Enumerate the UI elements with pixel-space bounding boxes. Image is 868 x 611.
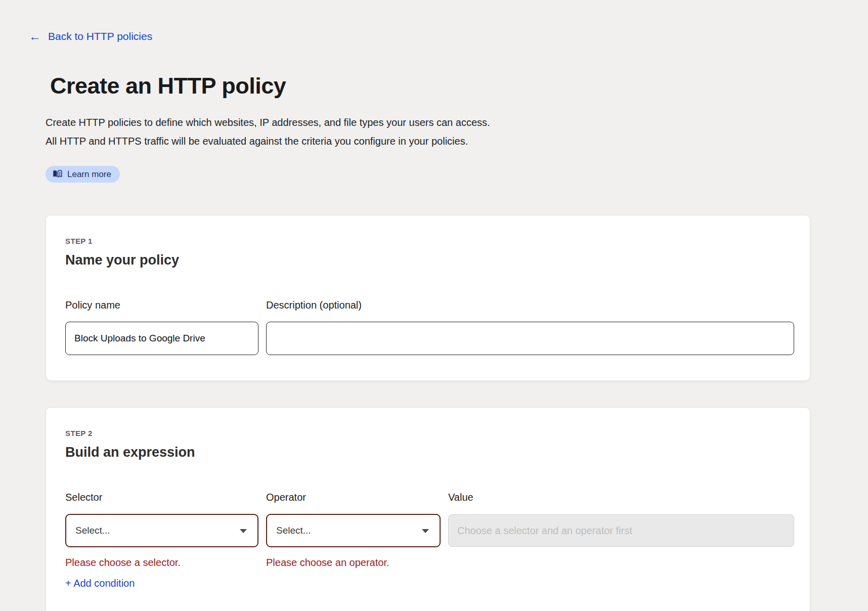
page-description-line-1: Create HTTP policies to define which web…	[46, 113, 868, 132]
back-link-label: Back to HTTP policies	[48, 30, 152, 42]
value-input[interactable]	[448, 514, 794, 547]
policy-name-input[interactable]	[65, 322, 258, 355]
operator-dropdown-value: Select...	[276, 525, 311, 536]
back-to-http-policies-link[interactable]: ← Back to HTTP policies	[29, 30, 152, 42]
operator-field-group: Operator Select... Please choose an oper…	[266, 492, 441, 589]
value-field-group: Value	[448, 492, 794, 589]
page-description-line-2: All HTTP and HTTPS traffic will be evalu…	[46, 132, 868, 151]
chevron-down-icon	[421, 529, 429, 534]
step1-title: Name your policy	[65, 252, 794, 268]
selector-field-group: Selector Select... Please choose a selec…	[65, 492, 258, 589]
operator-error-message: Please choose an operator.	[266, 557, 441, 569]
step1-card: STEP 1 Name your policy Policy name Desc…	[46, 215, 810, 381]
learn-more-button[interactable]: Learn more	[46, 166, 120, 183]
step2-card: STEP 2 Build an expression Selector Sele…	[46, 407, 810, 611]
operator-dropdown[interactable]: Select...	[266, 514, 441, 547]
policy-name-label: Policy name	[65, 299, 258, 311]
selector-error-message: Please choose a selector.	[65, 557, 258, 569]
step2-label: STEP 2	[65, 429, 794, 438]
page-description: Create HTTP policies to define which web…	[46, 113, 868, 151]
description-input[interactable]	[266, 322, 794, 355]
value-label: Value	[448, 492, 794, 503]
arrow-left-icon: ←	[29, 30, 41, 42]
selector-dropdown-value: Select...	[75, 525, 110, 536]
add-condition-link[interactable]: + Add condition	[65, 578, 135, 589]
selector-label: Selector	[65, 492, 258, 503]
operator-label: Operator	[266, 492, 441, 503]
chevron-down-icon	[239, 529, 247, 534]
step2-title: Build an expression	[65, 445, 794, 460]
learn-more-label: Learn more	[67, 169, 111, 180]
selector-dropdown[interactable]: Select...	[65, 514, 258, 547]
book-icon	[52, 169, 63, 180]
description-field-group: Description (optional)	[266, 299, 794, 355]
description-label: Description (optional)	[266, 299, 794, 311]
step1-label: STEP 1	[65, 237, 794, 245]
page-title: Create an HTTP policy	[50, 73, 868, 99]
policy-name-field-group: Policy name	[65, 299, 258, 355]
